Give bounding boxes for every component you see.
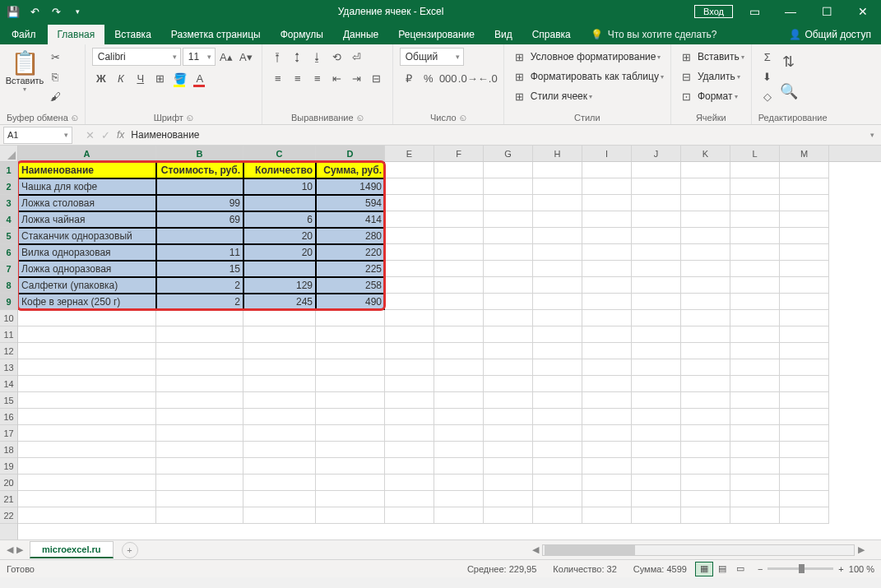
cell-K3[interactable]: [681, 195, 730, 211]
cell-C20[interactable]: [243, 475, 316, 491]
cell-E22[interactable]: [385, 507, 434, 524]
cell-J18[interactable]: [632, 442, 681, 458]
cell-F17[interactable]: [434, 425, 484, 442]
cell-M9[interactable]: [780, 294, 829, 310]
cell-E6[interactable]: [385, 244, 434, 261]
cell-H20[interactable]: [533, 475, 582, 491]
cell-K18[interactable]: [681, 442, 730, 458]
cell-D9[interactable]: 490: [316, 294, 385, 310]
cell-A11[interactable]: [18, 326, 156, 343]
cell-L20[interactable]: [730, 475, 780, 491]
cell-B2[interactable]: [156, 178, 243, 195]
cell-E8[interactable]: [385, 277, 434, 294]
column-header-L[interactable]: L: [730, 146, 780, 161]
cell-C1[interactable]: Количество: [243, 162, 316, 178]
cell-F11[interactable]: [434, 326, 484, 343]
cell-I22[interactable]: [582, 507, 632, 524]
login-button[interactable]: Вход: [694, 5, 733, 18]
row-header-20[interactable]: 20: [0, 475, 17, 491]
number-launcher-icon[interactable]: ◵: [460, 113, 466, 122]
cell-M19[interactable]: [780, 458, 829, 475]
cell-F7[interactable]: [434, 261, 484, 277]
cell-L11[interactable]: [730, 326, 780, 343]
cell-E15[interactable]: [385, 392, 434, 409]
cell-B19[interactable]: [156, 458, 243, 475]
cell-B14[interactable]: [156, 376, 243, 392]
cell-G4[interactable]: [484, 211, 533, 228]
cell-M3[interactable]: [780, 195, 829, 211]
cell-H15[interactable]: [533, 392, 582, 409]
cell-D13[interactable]: [316, 359, 385, 376]
cell-B4[interactable]: 69: [156, 211, 243, 228]
cell-A3[interactable]: Ложка столовая: [18, 195, 156, 211]
column-header-F[interactable]: F: [434, 146, 484, 161]
cell-A21[interactable]: [18, 491, 156, 507]
cell-E3[interactable]: [385, 195, 434, 211]
cell-G7[interactable]: [484, 261, 533, 277]
cell-H14[interactable]: [533, 376, 582, 392]
fill-icon[interactable]: ⬇: [758, 67, 777, 86]
cell-B12[interactable]: [156, 343, 243, 359]
cell-A14[interactable]: [18, 376, 156, 392]
row-header-3[interactable]: 3: [0, 195, 17, 211]
align-center-icon[interactable]: ≡: [289, 69, 307, 87]
cell-J22[interactable]: [632, 507, 681, 524]
cells-area[interactable]: НаименованиеСтоимость, руб.КоличествоСум…: [18, 162, 881, 524]
cell-G16[interactable]: [484, 409, 533, 425]
sheet-next-icon[interactable]: ▶: [16, 544, 23, 555]
cell-C13[interactable]: [243, 359, 316, 376]
cell-C11[interactable]: [243, 326, 316, 343]
cell-B8[interactable]: 2: [156, 277, 243, 294]
cell-B7[interactable]: 15: [156, 261, 243, 277]
cell-E7[interactable]: [385, 261, 434, 277]
cell-H2[interactable]: [533, 178, 582, 195]
zoom-out-icon[interactable]: −: [758, 564, 763, 574]
cell-E18[interactable]: [385, 442, 434, 458]
align-left-icon[interactable]: ≡: [269, 69, 287, 87]
cell-G15[interactable]: [484, 392, 533, 409]
column-header-B[interactable]: B: [156, 146, 243, 161]
cell-I20[interactable]: [582, 475, 632, 491]
cell-C10[interactable]: [243, 310, 316, 326]
cell-K1[interactable]: [681, 162, 730, 178]
cell-E9[interactable]: [385, 294, 434, 310]
cell-A2[interactable]: Чашка для кофе: [18, 178, 156, 195]
cell-G19[interactable]: [484, 458, 533, 475]
clear-icon[interactable]: ◇: [758, 87, 777, 105]
cell-F14[interactable]: [434, 376, 484, 392]
row-header-11[interactable]: 11: [0, 326, 17, 343]
cell-A4[interactable]: Ложка чайная: [18, 211, 156, 228]
cell-I5[interactable]: [582, 228, 632, 244]
cell-I19[interactable]: [582, 458, 632, 475]
cell-D22[interactable]: [316, 507, 385, 524]
cell-I4[interactable]: [582, 211, 632, 228]
grow-font-icon[interactable]: A▴: [217, 48, 235, 66]
cell-K11[interactable]: [681, 326, 730, 343]
cell-C15[interactable]: [243, 392, 316, 409]
row-header-6[interactable]: 6: [0, 244, 17, 261]
cell-J2[interactable]: [632, 178, 681, 195]
cell-G14[interactable]: [484, 376, 533, 392]
cell-K9[interactable]: [681, 294, 730, 310]
expand-formula-icon[interactable]: ▾: [864, 131, 881, 139]
cell-C17[interactable]: [243, 425, 316, 442]
cell-K6[interactable]: [681, 244, 730, 261]
paste-button[interactable]: 📋 Вставить ▾: [7, 48, 43, 95]
cell-A19[interactable]: [18, 458, 156, 475]
cell-L3[interactable]: [730, 195, 780, 211]
cell-K15[interactable]: [681, 392, 730, 409]
cell-J6[interactable]: [632, 244, 681, 261]
row-header-13[interactable]: 13: [0, 359, 17, 376]
cell-D7[interactable]: 225: [316, 261, 385, 277]
row-header-15[interactable]: 15: [0, 392, 17, 409]
cell-J15[interactable]: [632, 392, 681, 409]
cell-B13[interactable]: [156, 359, 243, 376]
formula-input[interactable]: Наименование: [124, 129, 864, 141]
cell-G6[interactable]: [484, 244, 533, 261]
cell-F13[interactable]: [434, 359, 484, 376]
cell-M11[interactable]: [780, 326, 829, 343]
cell-G21[interactable]: [484, 491, 533, 507]
cell-D2[interactable]: 1490: [316, 178, 385, 195]
view-page-layout-icon[interactable]: ▤: [713, 562, 731, 576]
cell-D18[interactable]: [316, 442, 385, 458]
